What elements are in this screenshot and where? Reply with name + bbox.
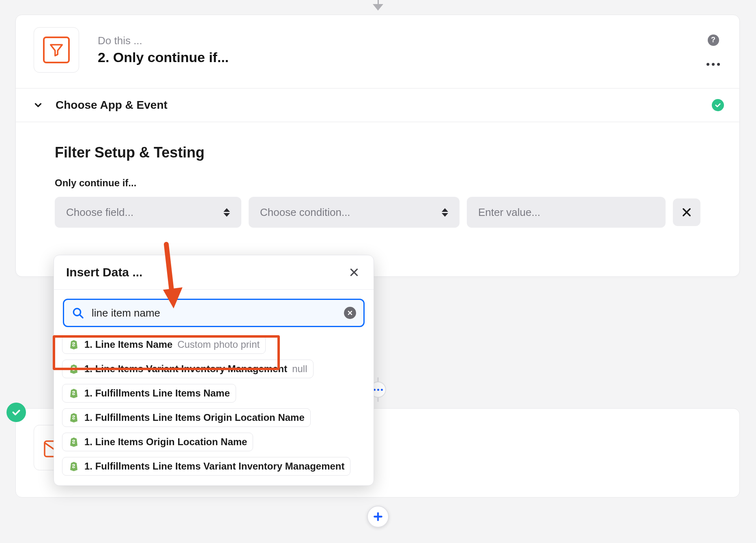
section-complete-icon xyxy=(712,99,724,111)
result-sub: Custom photo print xyxy=(177,339,260,350)
funnel-icon xyxy=(49,42,64,58)
search-field[interactable] xyxy=(63,299,365,327)
result-item[interactable]: 1. Fulfillments Line Items Name xyxy=(62,384,236,403)
enter-value-input[interactable]: Enter value... xyxy=(467,197,666,228)
clear-search-button[interactable] xyxy=(344,307,356,319)
result-label: 1. Line Items Variant Inventory Manageme… xyxy=(84,363,287,375)
choose-condition-placeholder: Choose condition... xyxy=(260,206,350,219)
step-card: Do this ... 2. Only continue if... ? Cho… xyxy=(15,15,740,277)
sort-icon xyxy=(442,208,448,217)
chevron-down-icon xyxy=(31,98,45,112)
choose-app-event-label: Choose App & Event xyxy=(56,99,701,112)
result-item[interactable]: 1. Fulfillments Line Items Origin Locati… xyxy=(62,408,311,427)
step-header: Do this ... 2. Only continue if... ? xyxy=(16,15,739,88)
result-label: 1. Fulfillments Line Items Variant Inven… xyxy=(84,461,344,472)
filter-setup-body: Filter Setup & Testing Only continue if.… xyxy=(16,122,739,276)
step-title: 2. Only continue if... xyxy=(98,50,698,65)
plus-icon xyxy=(373,511,383,522)
search-results: 1. Line Items Name Custom photo print 1.… xyxy=(54,332,374,485)
help-icon[interactable]: ? xyxy=(708,34,719,46)
result-label: 1. Line Items Name xyxy=(84,339,172,350)
shopify-icon xyxy=(68,412,79,423)
filter-condition-row: Choose field... Choose condition... Ente… xyxy=(55,197,700,228)
shopify-icon xyxy=(68,388,79,399)
shopify-icon xyxy=(68,363,79,375)
remove-condition-button[interactable] xyxy=(673,198,700,226)
search-input[interactable] xyxy=(92,307,337,319)
result-label: 1. Line Items Origin Location Name xyxy=(84,436,247,448)
result-item[interactable]: 1. Line Items Variant Inventory Manageme… xyxy=(62,360,314,378)
result-item[interactable]: 1. Line Items Name Custom photo print xyxy=(62,335,266,354)
step-kicker: Do this ... xyxy=(98,34,698,47)
add-step-button[interactable] xyxy=(367,506,389,528)
insert-data-popover: Insert Data ... 1. Line Items Name Custo… xyxy=(54,255,374,486)
result-item[interactable]: 1. Line Items Origin Location Name xyxy=(62,433,253,451)
choose-app-event-section[interactable]: Choose App & Event xyxy=(16,88,739,122)
choose-field-select[interactable]: Choose field... xyxy=(55,197,241,228)
shopify-icon xyxy=(68,461,79,472)
result-label: 1. Fulfillments Line Items Origin Locati… xyxy=(84,412,305,423)
popover-close-button[interactable] xyxy=(347,265,361,280)
kebab-menu-icon[interactable] xyxy=(707,63,720,66)
sort-icon xyxy=(223,208,230,217)
svg-marker-0 xyxy=(373,4,383,11)
result-item[interactable]: 1. Fulfillments Line Items Variant Inven… xyxy=(62,457,350,476)
shopify-icon xyxy=(68,436,79,448)
choose-field-placeholder: Choose field... xyxy=(66,206,133,219)
search-icon xyxy=(71,306,84,319)
result-label: 1. Fulfillments Line Items Name xyxy=(84,388,230,399)
enter-value-placeholder: Enter value... xyxy=(478,206,540,219)
result-sub: null xyxy=(292,363,307,375)
popover-title: Insert Data ... xyxy=(66,265,142,279)
filter-app-icon xyxy=(34,27,79,73)
choose-condition-select[interactable]: Choose condition... xyxy=(249,197,460,228)
step-success-badge xyxy=(6,403,26,422)
flow-connector-top xyxy=(373,0,383,11)
only-continue-if-label: Only continue if... xyxy=(55,177,700,189)
shopify-icon xyxy=(68,339,79,350)
filter-setup-heading: Filter Setup & Testing xyxy=(55,144,700,161)
